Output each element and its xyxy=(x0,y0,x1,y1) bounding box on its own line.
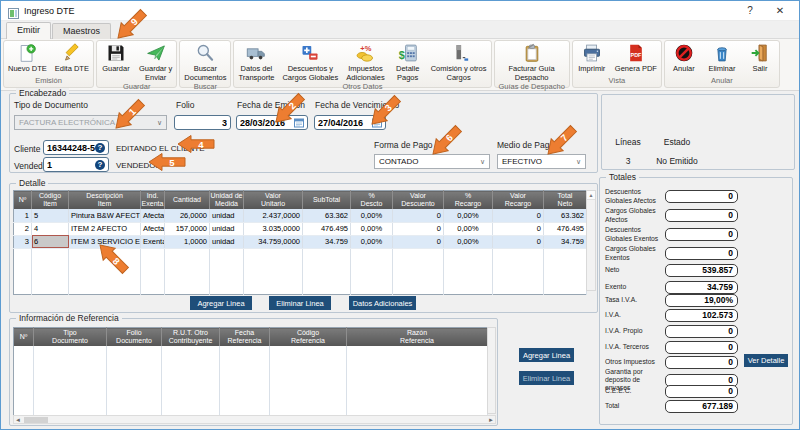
detalle-cell[interactable]: 34.759 xyxy=(544,235,587,248)
detalle-cell[interactable]: Afecta xyxy=(141,222,165,235)
detalle-cell[interactable]: 0,00% xyxy=(351,222,393,235)
eliminar-button[interactable]: Eliminar xyxy=(703,41,741,76)
detalle-cell[interactable]: 0,00% xyxy=(444,209,493,222)
detalle-cell[interactable]: unidad xyxy=(210,235,244,248)
detalle-cell[interactable]: unidad xyxy=(210,222,244,235)
i-v-a-propio-value[interactable]: 0 xyxy=(665,325,738,338)
detalle-cell[interactable]: 0 xyxy=(393,209,444,222)
fecha-vencimiento-input[interactable]: 27/04/2016 xyxy=(314,115,386,130)
tab-emitir[interactable]: Emitir xyxy=(6,22,51,39)
i-v-a-value[interactable]: 102.573 xyxy=(665,309,738,322)
scroll-right-icon[interactable]: ► xyxy=(487,416,495,424)
detalle-cell[interactable]: 4 xyxy=(32,222,69,235)
detalle-cell[interactable]: 26,0000 xyxy=(165,209,210,222)
detalle-cell[interactable]: 157,0000 xyxy=(165,222,210,235)
close-button[interactable]: ✕ xyxy=(765,5,795,16)
cliente-help-button[interactable]: ? xyxy=(95,143,105,153)
guardar-button[interactable]: Guardar xyxy=(97,41,135,82)
cliente-input[interactable]: 16344248-5 ? xyxy=(43,140,109,155)
vendedor-input[interactable]: 1 ? xyxy=(43,157,109,172)
imprimir-button[interactable]: Imprimir xyxy=(573,41,611,76)
detalle-cell[interactable]: 6 xyxy=(32,235,69,248)
detalle-cell[interactable]: unidad xyxy=(210,209,244,222)
impuestos-adicionales-button[interactable]: +%Impuestos Adicionales xyxy=(342,41,388,82)
detalle-cell[interactable]: 0 xyxy=(493,222,544,235)
toolbar-group-buscar: Buscar DocumentosBuscar xyxy=(179,40,231,88)
detalle-cell[interactable]: 2 xyxy=(14,222,32,235)
detalle-cell[interactable]: 34.759 xyxy=(303,235,351,248)
toolbar-button-label: Edita DTE xyxy=(55,64,89,73)
detalle-cell[interactable]: 0,00% xyxy=(351,235,393,248)
agregar-linea-button[interactable]: Agregar Linea xyxy=(190,296,252,310)
forma-pago-select[interactable]: CONTADO ∨ xyxy=(374,154,490,169)
nuevo-dte-button[interactable]: Nuevo DTE xyxy=(4,41,51,76)
detalle-cell[interactable]: 1 xyxy=(14,209,32,222)
neto-value[interactable]: 539.857 xyxy=(665,264,738,277)
detalle-cell[interactable]: 63.362 xyxy=(303,209,351,222)
scrollbar-thumb[interactable] xyxy=(24,417,48,423)
referencia-eliminar-linea-button[interactable]: Eliminar Linea xyxy=(519,371,574,385)
detalle-cell[interactable]: Pintura B&W AFECTO xyxy=(69,209,141,222)
forma-pago-label: Forma de Pago xyxy=(374,140,433,150)
descuentos-globales-exentos-value[interactable]: 0 xyxy=(665,228,738,241)
tipo-documento-select[interactable]: FACTURA ELECTRÓNICA ∨ xyxy=(14,115,167,130)
detalle-cell[interactable]: 1,0000 xyxy=(165,235,210,248)
detalle-cell[interactable]: Afecta xyxy=(141,209,165,222)
detalle-cell[interactable]: 0,00% xyxy=(444,235,493,248)
fecha-emision-input[interactable]: 28/03/2016 xyxy=(236,115,308,130)
total-value[interactable]: 677.189 xyxy=(665,400,738,413)
detalle-cell[interactable]: 476.495 xyxy=(544,222,587,235)
detalle-cell[interactable]: 5 xyxy=(32,209,69,222)
toolbar-group-buttons: Facturar Guía Despacho xyxy=(495,41,569,82)
cargos-globales-afectos-value[interactable]: 0 xyxy=(665,209,738,222)
facturar-guia-despacho-button[interactable]: Facturar Guía Despacho xyxy=(505,41,559,82)
datos-del-transporte-button[interactable]: Datos del Transporte xyxy=(234,41,278,82)
folio-input[interactable]: 3 xyxy=(174,115,231,130)
detalle-cell[interactable]: ITEM 3 SERVICIO EXENT xyxy=(69,235,141,248)
medio-pago-select[interactable]: EFECTIVO ∨ xyxy=(497,154,586,169)
cargos-globales-exentos-value[interactable]: 0 xyxy=(665,247,738,260)
help-button[interactable]: ? xyxy=(735,5,765,16)
anular-button[interactable]: Anular xyxy=(665,41,703,76)
guardar-y-enviar-button[interactable]: Guardar y Enviar xyxy=(135,41,176,82)
referencia-hscrollbar[interactable]: ◄ ► xyxy=(13,415,496,424)
estado-status: Estado No Emitido xyxy=(652,137,702,166)
edita-dte-button[interactable]: Edita DTE xyxy=(51,41,93,76)
pdf-file-icon: PDF xyxy=(625,43,647,63)
descuentos-globales-afectos-value[interactable]: 0 xyxy=(665,190,738,203)
eliminar-linea-button[interactable]: Eliminar Linea xyxy=(269,296,331,310)
buscar-documentos-button[interactable]: Buscar Documentos xyxy=(180,41,230,82)
detalle-cell[interactable]: 476.495 xyxy=(303,222,351,235)
descuentos-y-cargos-globales-button[interactable]: Descuentos y Cargos Globales xyxy=(278,41,342,82)
detalle-cell[interactable]: Exenta xyxy=(141,235,165,248)
calendar-icon[interactable] xyxy=(372,118,382,128)
referencia-agregar-linea-button[interactable]: Agregar Linea xyxy=(519,348,574,362)
title-bar: Ingreso DTE ? ✕ xyxy=(1,1,799,21)
detalle-cell[interactable]: 0 xyxy=(393,235,444,248)
calendar-icon[interactable] xyxy=(294,118,304,128)
cliente-hint: EDITANDO EL CLIENTE xyxy=(116,144,204,153)
detalle-cell[interactable]: 0,00% xyxy=(351,209,393,222)
detalle-cell[interactable]: 3.035,0000 xyxy=(244,222,303,235)
detalle-cell[interactable]: 34.759,0000 xyxy=(244,235,303,248)
tab-maestros[interactable]: Maestros xyxy=(52,23,111,39)
ver-detalle-button[interactable]: Ver Detalle xyxy=(744,354,788,367)
detalle-cell[interactable]: 3 xyxy=(14,235,32,248)
datos-adicionales-button[interactable]: Datos Adicionales xyxy=(349,296,416,310)
detalle-scrollbar[interactable]: ▲ xyxy=(586,190,596,291)
scroll-up-icon[interactable]: ▲ xyxy=(587,191,595,200)
comision-y-otros-cargos-button[interactable]: Comisión y otros Cargos xyxy=(427,41,491,82)
detalle-cell[interactable]: 2.437,0000 xyxy=(244,209,303,222)
salir-button[interactable]: Salir xyxy=(741,41,779,76)
detalle-cell[interactable]: 0 xyxy=(493,209,544,222)
genera-pdf-button[interactable]: PDFGenera PDF xyxy=(611,41,661,76)
vendedor-help-button[interactable]: ? xyxy=(95,160,105,170)
detalle-cell[interactable]: 63.362 xyxy=(544,209,587,222)
detalle-cell[interactable]: 0 xyxy=(493,235,544,248)
scroll-left-icon[interactable]: ◄ xyxy=(14,416,22,424)
detalle-cell[interactable]: 0,00% xyxy=(444,222,493,235)
detalle-cell[interactable]: ITEM 2 AFECTO xyxy=(69,222,141,235)
detalle-pagos-button[interactable]: $Detalle Pagos xyxy=(389,41,427,82)
detalle-cell[interactable]: 0 xyxy=(393,222,444,235)
referencia-vscrollbar[interactable] xyxy=(487,327,496,414)
